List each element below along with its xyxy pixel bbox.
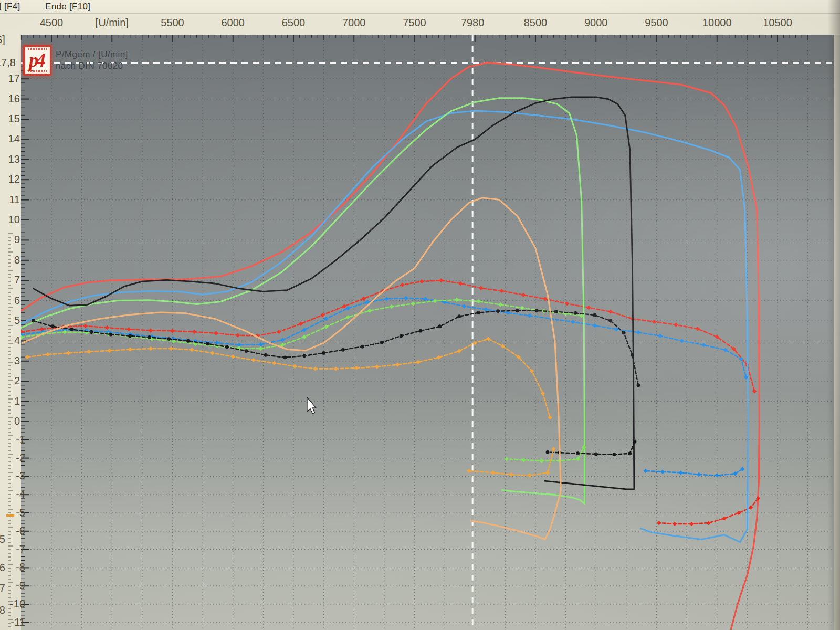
x-axis-strip: 4500[U/min]55006000650070007500798085009… [0, 14, 840, 35]
plot-area[interactable] [21, 35, 834, 630]
x-axis-label: 10500 [763, 17, 792, 29]
menu-bar: [F4] Ende [F10] [0, 0, 840, 14]
logo-scribble-bottom [28, 70, 46, 72]
menu-ende-suffix: de [F10] [56, 2, 90, 12]
x-axis-label: 10000 [702, 17, 732, 29]
y-axis-label: 4 [1, 334, 20, 346]
dyno-app-window: [F4] Ende [F10] 4500[U/min]5500600065007… [0, 0, 840, 630]
menu-ende-prefix: E [45, 2, 51, 12]
y-axis-label: 8 [1, 254, 20, 266]
x-axis-label: 8500 [524, 17, 548, 29]
x-axis-cursor-value: 7980 [461, 17, 485, 29]
y-axis-label: 2 [1, 375, 20, 387]
menu-ende-accelerator: n [51, 2, 57, 12]
x-axis-label: 7500 [403, 17, 426, 29]
y-axis-label: 14 [1, 133, 20, 145]
y-axis-label: -11 [6, 616, 25, 628]
y-axis-secondary-label: -8 [0, 604, 9, 616]
x-axis-label: 9500 [645, 17, 668, 29]
menu-item-f4[interactable]: [F4] [4, 2, 20, 12]
y-axis-label: 7 [1, 274, 20, 286]
screen-right-edge [834, 35, 840, 630]
partial-menu-item [0, 3, 1, 10]
y-axis-label: -1 [6, 434, 25, 446]
y-axis-label: 6 [1, 295, 20, 307]
x-axis-label: [U/min] [96, 17, 129, 29]
y-axis-label: -4 [6, 488, 25, 500]
y-axis-label: -3 [6, 470, 25, 482]
y-axis-label: -2 [6, 452, 25, 464]
x-axis-label: 6000 [222, 17, 245, 29]
y-axis-label: 5 [1, 314, 20, 327]
y-axis-label: 1 [1, 395, 20, 407]
y-axis-label: 9 [1, 234, 20, 246]
y-axis-secondary-label: -5 [0, 533, 9, 545]
x-axis-label: 6500 [282, 17, 306, 29]
y-axis-label: 3 [1, 355, 20, 367]
y-axis-label: 17 [1, 72, 20, 85]
p4-logo: p4 [23, 45, 51, 76]
y-axis-cursor-value: 17,8 [0, 57, 16, 69]
y-axis-secondary-label: -6 [0, 562, 9, 574]
dyno-chart [0, 0, 840, 630]
x-axis-label: 5500 [161, 17, 184, 29]
y-axis-label: 15 [1, 113, 20, 125]
y-axis-label: 11 [1, 194, 20, 206]
y-axis-label: 12 [1, 173, 20, 185]
y-axis-label: 16 [1, 93, 20, 105]
chart-title: P/Mgem / [U/min] [56, 49, 128, 60]
y-axis-secondary-label: -7 [0, 582, 9, 594]
x-axis-label: 7000 [342, 17, 366, 29]
logo-scribble-top [28, 48, 46, 50]
y-axis-label: 0 [1, 415, 20, 427]
x-axis-label: 4500 [40, 17, 64, 29]
y-axis-unit-partial: S] [0, 34, 16, 46]
chart-norm-label: nach DIN 70020 [56, 61, 123, 71]
y-axis-label: 10 [1, 214, 20, 226]
x-axis-label: 9000 [584, 17, 608, 29]
menu-item-ende[interactable]: Ende [F10] [45, 2, 90, 12]
y-axis-label: 13 [1, 153, 20, 165]
y-axis-label: -5 [6, 507, 25, 519]
logo-mark: p4 [29, 52, 46, 68]
